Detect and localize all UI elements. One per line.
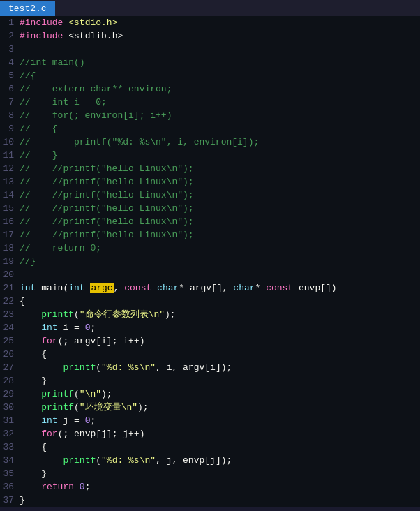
line: 14// //printf("hello Linux\n");: [0, 188, 420, 202]
line-content: // for(; environ[i]; i++): [20, 109, 420, 122]
line-content: int main(int argc, const char* argv[], c…: [20, 281, 420, 295]
file-tab[interactable]: test2.c: [0, 1, 55, 16]
line-number: 35: [0, 467, 20, 480]
line-number: 34: [0, 454, 20, 467]
line-content: {: [20, 440, 420, 454]
line-content: // //printf("hello Linux\n");: [20, 228, 420, 242]
line-number: 33: [0, 440, 20, 454]
line: 10// printf("%d: %s\n", i, environ[i]);: [0, 135, 420, 149]
line-content: //}: [20, 255, 420, 268]
line-content: // //printf("hello Linux\n");: [20, 202, 420, 215]
line-number: 2: [0, 29, 20, 43]
line-number: 22: [0, 295, 20, 308]
line: 27 printf("%d: %s\n", i, argv[i]);: [0, 361, 420, 374]
line-number: 32: [0, 427, 20, 440]
line-content: {: [20, 348, 420, 361]
line: 13// //printf("hello Linux\n");: [0, 175, 420, 188]
line-content: // //printf("hello Linux\n");: [20, 215, 420, 228]
line: 31 int j = 0;: [0, 414, 420, 427]
line-content: // printf("%d: %s\n", i, environ[i]);: [20, 135, 420, 149]
line-number: 5: [0, 69, 20, 82]
line-content: // int i = 0;: [20, 96, 420, 109]
line: 8// for(; environ[i]; i++): [0, 109, 420, 122]
line-content: }: [20, 374, 420, 387]
line: 5//{: [0, 69, 420, 82]
line-content: return 0;: [20, 480, 420, 494]
line-content: // {: [20, 122, 420, 135]
line-number: 26: [0, 348, 20, 361]
line: 21int main(int argc, const char* argv[],…: [0, 281, 420, 295]
line: 20: [0, 268, 420, 281]
line-content: for(; argv[i]; i++): [20, 334, 420, 348]
line: 15// //printf("hello Linux\n");: [0, 202, 420, 215]
line-content: printf("%d: %s\n", i, argv[i]);: [20, 361, 420, 374]
line-number: 30: [0, 401, 20, 414]
line: 11// }: [0, 149, 420, 162]
line-content: printf("%d: %s\n", j, envp[j]);: [20, 454, 420, 467]
line: 22{: [0, 295, 420, 308]
line: 4//int main(): [0, 56, 420, 69]
line-content: printf("环境变量\n");: [20, 401, 420, 414]
line-content: }: [20, 494, 420, 507]
line-content: // //printf("hello Linux\n");: [20, 188, 420, 202]
line: 26 {: [0, 348, 420, 361]
line: 25 for(; argv[i]; i++): [0, 334, 420, 348]
line-number: 4: [0, 56, 20, 69]
line-number: 17: [0, 228, 20, 242]
line: 18// return 0;: [0, 242, 420, 255]
line-content: #include <stdlib.h>: [20, 29, 420, 43]
line: 30 printf("环境变量\n");: [0, 401, 420, 414]
line-content: [20, 268, 420, 281]
line-number: 9: [0, 122, 20, 135]
line-number: 24: [0, 321, 20, 334]
line-number: 13: [0, 175, 20, 188]
code-editor: 1#include <stdio.h>2#include <stdlib.h>3…: [0, 16, 420, 507]
line-content: printf("\n");: [20, 387, 420, 401]
line: 29 printf("\n");: [0, 387, 420, 401]
line: 19//}: [0, 255, 420, 268]
line: 16// //printf("hello Linux\n");: [0, 215, 420, 228]
line-number: 21: [0, 281, 20, 295]
line-number: 11: [0, 149, 20, 162]
line-number: 31: [0, 414, 20, 427]
line: 1#include <stdio.h>: [0, 16, 420, 29]
line-number: 25: [0, 334, 20, 348]
line: 37}: [0, 494, 420, 507]
line-content: //int main(): [20, 56, 420, 69]
line-content: }: [20, 467, 420, 480]
line-content: for(; envp[j]; j++): [20, 427, 420, 440]
line-number: 16: [0, 215, 20, 228]
line-number: 23: [0, 308, 20, 321]
line-number: 27: [0, 361, 20, 374]
line: 33 {: [0, 440, 420, 454]
line: 34 printf("%d: %s\n", j, envp[j]);: [0, 454, 420, 467]
line-number: 29: [0, 387, 20, 401]
line-number: 12: [0, 162, 20, 175]
line-content: // //printf("hello Linux\n");: [20, 175, 420, 188]
line-content: int j = 0;: [20, 414, 420, 427]
line: 28 }: [0, 374, 420, 387]
line-number: 15: [0, 202, 20, 215]
line: 6// extern char** environ;: [0, 82, 420, 96]
line-content: // extern char** environ;: [20, 82, 420, 96]
line: 36 return 0;: [0, 480, 420, 494]
line-content: #include <stdio.h>: [20, 16, 420, 29]
line-content: printf("命令行参数列表\n");: [20, 308, 420, 321]
line-number: 8: [0, 109, 20, 122]
line-content: // //printf("hello Linux\n");: [20, 162, 420, 175]
line-number: 7: [0, 96, 20, 109]
line-number: 18: [0, 242, 20, 255]
line: 7// int i = 0;: [0, 96, 420, 109]
line-number: 36: [0, 480, 20, 494]
line: 24 int i = 0;: [0, 321, 420, 334]
line: 9// {: [0, 122, 420, 135]
line-content: // return 0;: [20, 242, 420, 255]
line-content: [20, 43, 420, 56]
line: 17// //printf("hello Linux\n");: [0, 228, 420, 242]
line: 32 for(; envp[j]; j++): [0, 427, 420, 440]
line: 35 }: [0, 467, 420, 480]
line-number: 1: [0, 16, 20, 29]
line-number: 10: [0, 135, 20, 149]
line: 2#include <stdlib.h>: [0, 29, 420, 43]
line-number: 19: [0, 255, 20, 268]
